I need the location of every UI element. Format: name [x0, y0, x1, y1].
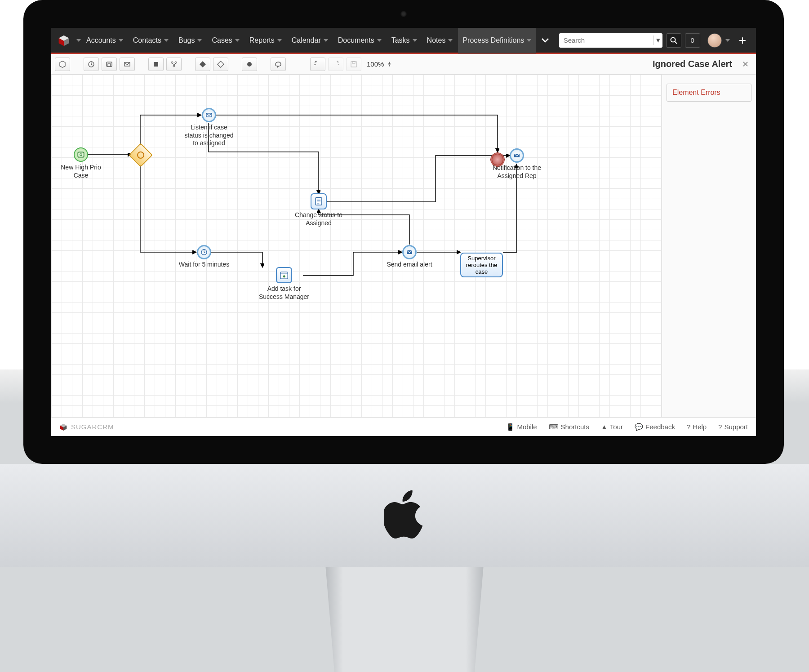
brand-sub: CRM [97, 423, 114, 431]
nav-item-notes[interactable]: Notes [422, 28, 458, 53]
tool-receive-event[interactable] [102, 58, 117, 71]
nav-item-tasks[interactable]: Tasks [387, 28, 422, 53]
svg-point-14 [247, 62, 252, 67]
nav-item-bugs[interactable]: Bugs [174, 28, 206, 53]
tool-annotation[interactable] [271, 58, 286, 71]
nav-item-accounts[interactable]: Accounts [82, 28, 128, 53]
gateway[interactable] [129, 143, 153, 167]
svg-rect-6 [107, 62, 112, 67]
footer-link-label: Feedback [645, 423, 675, 431]
tool-gateway-outline[interactable] [213, 58, 228, 71]
intermediate-listen-event[interactable] [202, 108, 216, 122]
element-errors-button[interactable]: Element Errors [667, 84, 751, 102]
notification-event[interactable] [510, 148, 524, 163]
user-menu-caret[interactable] [725, 39, 730, 42]
nav-item-calendar[interactable]: Calendar [287, 28, 333, 53]
user-avatar[interactable] [707, 33, 722, 48]
svg-point-10 [175, 62, 177, 63]
zoom-stepper-icon[interactable]: ▲▼ [387, 62, 391, 67]
footer-link-help[interactable]: ?Help [687, 423, 707, 431]
global-search[interactable]: ▾ [559, 33, 662, 48]
help-icon: ? [687, 423, 690, 431]
support-icon: ? [718, 423, 722, 431]
screen: AccountsContactsBugsCasesReportsCalendar… [51, 28, 756, 436]
monitor-bezel: AccountsContactsBugsCasesReportsCalendar… [23, 0, 784, 464]
quick-create-button[interactable]: + [739, 33, 746, 48]
flow-connectors [51, 75, 662, 417]
search-button[interactable] [666, 33, 681, 48]
nav-item-reports[interactable]: Reports [245, 28, 286, 53]
nav-item-documents[interactable]: Documents [333, 28, 386, 53]
add-task-activity[interactable] [276, 267, 292, 283]
nav-caret-icon [197, 39, 202, 42]
tool-end-event[interactable] [242, 58, 257, 71]
top-nav: AccountsContactsBugsCasesReportsCalendar… [51, 28, 756, 54]
shortcuts-icon: ⌨ [549, 423, 559, 431]
footer-link-mobile[interactable]: 📱Mobile [506, 423, 537, 431]
search-scope-caret[interactable]: ▾ [653, 36, 662, 45]
start-event-label: New High Prio Case [54, 164, 108, 179]
tool-save[interactable] [55, 58, 70, 71]
sendemail-label: Send email alert [382, 261, 436, 269]
footer-link-tour[interactable]: ▲Tour [601, 423, 623, 431]
feedback-icon: 💬 [635, 423, 643, 431]
nav-caret-icon [413, 39, 417, 42]
nav-item-contacts[interactable]: Contacts [129, 28, 173, 53]
zoom-value: 100% [367, 60, 384, 68]
nav-caret-icon [527, 39, 531, 42]
nav-item-cases[interactable]: Cases [207, 28, 244, 53]
svg-rect-12 [200, 61, 206, 67]
close-button[interactable]: ✕ [738, 59, 752, 69]
change-label: Change status to Assigned [292, 211, 346, 227]
footer-logo-icon [59, 423, 67, 431]
zoom-control[interactable]: 100% ▲▼ [367, 60, 391, 68]
nav-caret-icon [377, 39, 382, 42]
supervisor-user-task[interactable]: Supervisor reroutes the case [460, 253, 503, 277]
tool-gateway-solid[interactable] [195, 58, 210, 71]
tour-icon: ▲ [601, 423, 608, 431]
overflow-menu[interactable] [537, 28, 554, 53]
nav-caret-icon [448, 39, 453, 42]
footer-link-label: Mobile [517, 423, 537, 431]
camera-dot [400, 11, 407, 17]
footer-link-label: Shortcuts [561, 423, 589, 431]
process-title: Ignored Case Alert [653, 59, 736, 69]
tool-connect[interactable] [166, 58, 182, 71]
logo-menu-caret[interactable] [76, 39, 81, 42]
tool-task[interactable] [148, 58, 164, 71]
search-input[interactable] [559, 36, 653, 44]
footer-link-support[interactable]: ?Support [718, 423, 748, 431]
svg-rect-16 [352, 62, 355, 63]
end-event[interactable] [490, 152, 505, 167]
svg-rect-8 [154, 62, 158, 67]
footer-link-shortcuts[interactable]: ⌨Shortcuts [549, 423, 589, 431]
side-panel: Element Errors [662, 75, 756, 417]
svg-point-3 [671, 37, 675, 42]
timer-event[interactable] [197, 245, 211, 259]
footer-link-label: Tour [610, 423, 623, 431]
nav-caret-icon [277, 39, 282, 42]
apple-logo-icon [384, 490, 425, 539]
wait-label: Wait for 5 minutes [177, 261, 231, 269]
footer-link-feedback[interactable]: 💬Feedback [635, 423, 675, 431]
footer-link-label: Support [724, 423, 748, 431]
monitor-stand [317, 567, 492, 672]
send-email-event[interactable] [402, 245, 417, 259]
svg-rect-17 [78, 152, 84, 157]
footer: SUGARCRM 📱Mobile⌨Shortcuts▲Tour💬Feedback… [51, 417, 756, 436]
save-disabled [346, 58, 361, 71]
listen-label: Listen if case status is changed to assi… [182, 124, 236, 147]
mobile-icon: 📱 [506, 423, 515, 431]
undo-button[interactable] [310, 58, 325, 71]
diagram-canvas[interactable]: New High Prio Case Listen if case status… [51, 75, 662, 417]
start-event[interactable] [74, 147, 88, 162]
nav-item-process-definitions[interactable]: Process Definitions [458, 28, 536, 53]
tool-message-event[interactable] [120, 58, 135, 71]
sugar-logo-icon[interactable] [58, 34, 70, 47]
svg-point-11 [173, 65, 175, 67]
svg-line-4 [675, 41, 677, 44]
tool-timer-event[interactable] [84, 58, 99, 71]
notification-count[interactable]: 0 [685, 33, 700, 48]
brand-main: SUGAR [71, 423, 97, 431]
change-status-task[interactable] [311, 193, 327, 209]
